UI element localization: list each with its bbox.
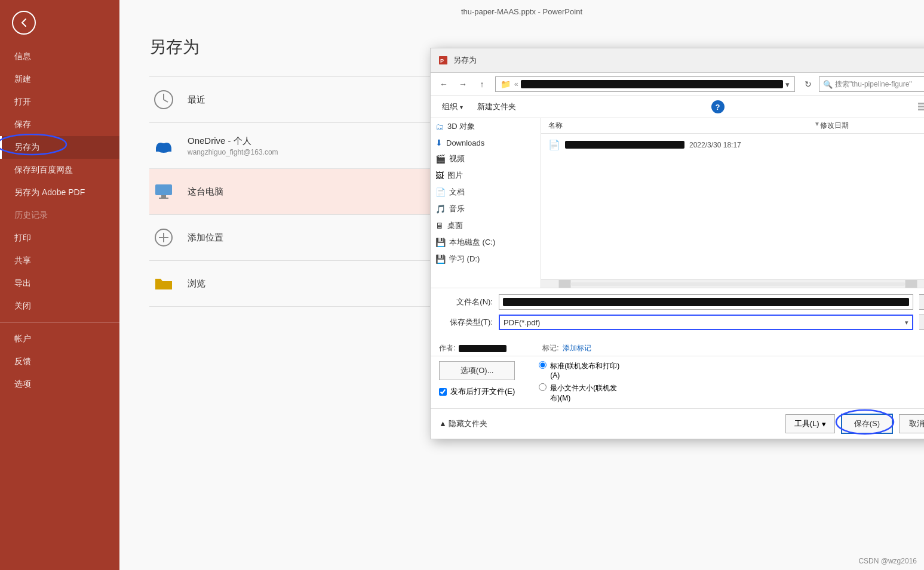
filename-input[interactable] <box>499 294 913 310</box>
tree-label-video: 视频 <box>449 153 536 164</box>
publish-checkbox-label: 发布后打开文件(E) <box>450 386 515 397</box>
tree-item-documents[interactable]: 📄 文档 <box>431 184 541 201</box>
tree-item-downloads[interactable]: ⬇ Downloads <box>431 135 541 150</box>
plus-icon <box>149 223 178 252</box>
tree-label-music: 音乐 <box>449 204 536 214</box>
address-dropdown-arrow[interactable]: ▾ <box>785 80 790 89</box>
svg-text:P: P <box>440 58 444 64</box>
sidebar-item-open[interactable]: 打开 <box>0 91 119 113</box>
option-label-addlocation: 添加位置 <box>188 232 223 244</box>
file-list-header: 名称 ▼ 修改日期 <box>541 118 924 134</box>
hide-folders-label: ▲ 隐藏文件夹 <box>439 418 487 429</box>
new-folder-button[interactable]: 新建文件夹 <box>472 99 521 115</box>
sidebar-item-feedback[interactable]: 反馈 <box>0 350 119 373</box>
sidebar-item-new[interactable]: 新建 <box>0 68 119 91</box>
file-item[interactable]: 📄 2022/3/30 18:17 <box>541 136 924 153</box>
search-box[interactable]: 🔍 搜索"thu-pipeline-figure" <box>819 76 924 92</box>
svg-rect-9 <box>161 195 166 198</box>
sidebar: 信息 新建 打开 保存 另存为 保存到百度网盘 另存为 Adobe PDF 历史… <box>0 0 119 570</box>
tags-add-link[interactable]: 添加标记 <box>563 343 591 353</box>
tags-section: 标记: 添加标记 <box>542 343 591 353</box>
sidebar-item-history: 历史记录 <box>0 204 119 227</box>
dialog-close-button[interactable]: ✕ <box>922 53 924 67</box>
sidebar-item-share[interactable]: 共享 <box>0 249 119 272</box>
video-icon: 🎬 <box>435 154 446 164</box>
filename-label: 文件名(N): <box>439 297 493 307</box>
option-label-thispc: 这台电脑 <box>188 186 223 198</box>
radio-minimum-input[interactable] <box>539 383 547 391</box>
tree-item-video[interactable]: 🎬 视频 <box>431 150 541 167</box>
svg-rect-18 <box>918 109 924 110</box>
address-bar[interactable]: 📁 « ▾ <box>495 76 795 92</box>
main-area: thu-paper-MAAS.pptx - PowerPoint 另存为 最近 <box>119 0 924 570</box>
svg-rect-8 <box>155 184 172 195</box>
sidebar-item-account[interactable]: 帐户 <box>0 328 119 350</box>
sidebar-item-saveas[interactable]: 另存为 <box>0 136 119 159</box>
tree-item-studydisk[interactable]: 💾 学习 (D:) <box>431 251 541 267</box>
music-icon: 🎵 <box>435 204 446 214</box>
options-button[interactable]: 选项(O)... <box>439 361 515 380</box>
refresh-button[interactable]: ↻ <box>800 76 816 92</box>
studydisk-icon: 💾 <box>435 254 446 264</box>
filename-redacted <box>503 298 909 306</box>
tools-button[interactable]: 工具(L) ▾ <box>785 414 835 433</box>
dialog-bottom-bar: ▲ 隐藏文件夹 工具(L) ▾ 保存(S) 取消 <box>431 408 924 439</box>
nav-up-button[interactable]: ↑ <box>474 76 490 92</box>
filename-row: 文件名(N): ▾ <box>439 294 924 310</box>
file-list-main: 名称 ▼ 修改日期 📄 2022/3/30 18:17 <box>541 118 924 288</box>
clock-icon <box>149 85 178 114</box>
svg-line-3 <box>164 100 168 102</box>
sidebar-item-save[interactable]: 保存 <box>0 113 119 136</box>
horizontal-scrollbar[interactable] <box>541 279 924 288</box>
dialog-form: 文件名(N): ▾ 保存类型(T): PDF(*.pdf) ▾ ▾ <box>431 288 924 341</box>
sidebar-divider <box>0 322 119 323</box>
monitor-icon <box>149 177 178 206</box>
tree-item-desktop[interactable]: 🖥 桌面 <box>431 217 541 234</box>
tree-item-localdisk[interactable]: 💾 本地磁盘 (C:) <box>431 234 541 251</box>
back-circle-icon[interactable] <box>12 11 36 35</box>
filetype-dropdown-button[interactable]: ▾ <box>919 315 924 330</box>
hide-folders-button[interactable]: ▲ 隐藏文件夹 <box>439 418 487 429</box>
save-button[interactable]: 保存(S) <box>841 414 893 434</box>
sidebar-item-export[interactable]: 导出 <box>0 272 119 295</box>
organize-button[interactable]: 组织 ▾ <box>437 99 468 115</box>
radio-minimum: 最小文件大小(联机发布)(M) <box>539 383 619 403</box>
svg-rect-10 <box>159 198 168 199</box>
save-as-dialog: P 另存为 ✕ ← → ↑ 📁 « ▾ ↻ 🔍 搜索"thu-pipeline-… <box>430 48 924 439</box>
col-name-header: 名称 <box>548 121 814 131</box>
svg-rect-19 <box>559 280 571 288</box>
option-sublabel-onedrive: wangzhiguo_fight@163.com <box>188 148 278 156</box>
tags-label: 标记: <box>542 343 558 353</box>
sidebar-item-saveasadobe[interactable]: 另存为 Adobe PDF <box>0 181 119 204</box>
tree-item-pictures[interactable]: 🖼 图片 <box>431 167 541 184</box>
sidebar-item-savetobaidu[interactable]: 保存到百度网盘 <box>0 159 119 181</box>
filetype-select[interactable]: PDF(*.pdf) ▾ <box>499 315 913 330</box>
nav-back-button[interactable]: ← <box>435 76 452 92</box>
cancel-button[interactable]: 取消 <box>899 414 924 433</box>
tree-item-music[interactable]: 🎵 音乐 <box>431 201 541 217</box>
help-button[interactable]: ? <box>711 100 725 113</box>
view-list-button[interactable] <box>914 100 924 113</box>
nav-forward-button[interactable]: → <box>455 76 471 92</box>
tree-label-desktop: 桌面 <box>447 220 536 231</box>
sidebar-item-close[interactable]: 关闭 <box>0 295 119 318</box>
col-sort-arrow: ▼ <box>814 121 820 131</box>
filetype-value: PDF(*.pdf) <box>504 318 540 327</box>
tools-dropdown-arrow: ▾ <box>822 420 826 429</box>
sidebar-nav: 信息 新建 打开 保存 另存为 保存到百度网盘 另存为 Adobe PDF 历史… <box>0 45 119 396</box>
sidebar-item-info[interactable]: 信息 <box>0 45 119 68</box>
radio-standard-input[interactable] <box>539 361 547 369</box>
svg-rect-17 <box>918 106 924 107</box>
file-tree-sidebar: 🗂 3D 对象 ⬇ Downloads 🎬 视频 🖼 图片 📄 文档 <box>431 118 541 288</box>
sidebar-item-print[interactable]: 打印 <box>0 227 119 249</box>
radio-section: 标准(联机发布和打印)(A) 最小文件大小(联机发布)(M) <box>539 361 619 403</box>
sidebar-item-options[interactable]: 选项 <box>0 373 119 396</box>
tree-item-3d[interactable]: 🗂 3D 对象 <box>431 118 541 135</box>
back-button[interactable] <box>0 0 119 45</box>
radio-standard-label: 标准(联机发布和打印)(A) <box>550 361 619 380</box>
desktop-icon: 🖥 <box>435 221 444 230</box>
tree-label-localdisk: 本地磁盘 (C:) <box>449 237 536 248</box>
publish-checkbox-input[interactable] <box>439 388 447 396</box>
search-placeholder: 搜索"thu-pipeline-figure" <box>835 79 912 90</box>
filename-dropdown-button[interactable]: ▾ <box>919 294 924 310</box>
